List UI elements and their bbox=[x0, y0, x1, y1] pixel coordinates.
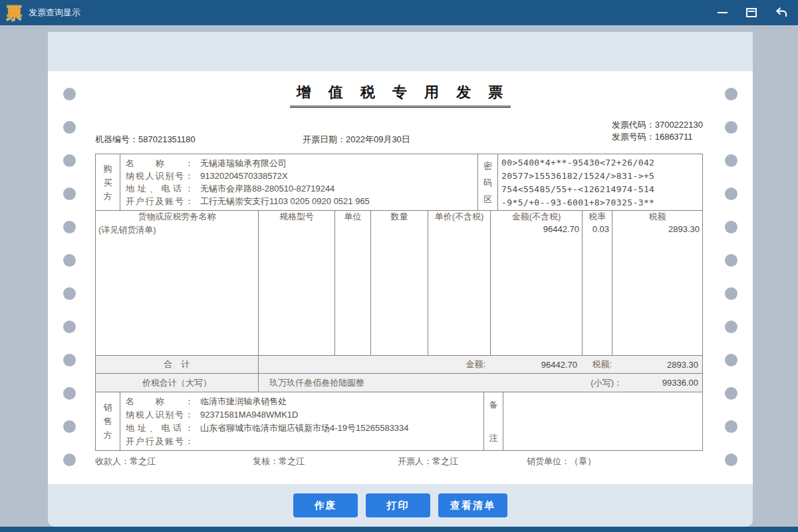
buyer-address-row: 地址、电话：无锡市会岸路88-280510-82719244 bbox=[126, 182, 477, 195]
total-row: 合 计 金额: 96442.70 税额: 2893.30 bbox=[96, 355, 702, 373]
item-tax-rate: 0.03 bbox=[583, 223, 612, 355]
items-header-row: 货物或应税劳务名称 规格型号 单位 数量 单价(不含税) 金额(不含税) 税率 … bbox=[96, 211, 702, 223]
perforation-hole bbox=[725, 420, 737, 433]
item-amount: 96442.70 bbox=[491, 223, 583, 355]
perforation-hole bbox=[725, 454, 737, 466]
invoice-code-value: 3700222130 bbox=[655, 120, 703, 130]
header-unit: 单位 bbox=[335, 211, 371, 223]
remark-area bbox=[503, 392, 702, 450]
perforation-hole bbox=[63, 221, 76, 233]
back-arrow-icon bbox=[774, 6, 787, 19]
perforation-column-left bbox=[63, 88, 76, 487]
print-button[interactable]: 打印 bbox=[366, 493, 430, 517]
seller-info: 名称：临清市捷润轴承销售处 纳税人识别号：92371581MA948WMK1D … bbox=[120, 392, 484, 450]
total-amount-label: 金额: bbox=[259, 358, 485, 370]
view-list-button[interactable]: 查看清单 bbox=[438, 493, 507, 517]
items-body: (详见销货清单) 96442.70 0.03 2893.30 bbox=[96, 223, 702, 355]
seller-address-row: 地址、电话：山东省聊城市临清市烟店镇新市场4-19号15265583334 bbox=[126, 422, 483, 435]
perforation-hole bbox=[63, 387, 76, 400]
password-line: -9*5/+0--93-6001+8>70325-3** bbox=[501, 196, 702, 209]
item-unit-price bbox=[428, 223, 491, 355]
item-goods-name: (详见销货清单) bbox=[96, 223, 259, 355]
total-tax-label: 税额: bbox=[577, 358, 612, 370]
perforation-hole bbox=[725, 287, 737, 300]
window-bottom-edge bbox=[0, 527, 798, 532]
app-ticket-icon: 票 bbox=[6, 5, 22, 21]
issue-date-label: 开票日期： bbox=[303, 134, 346, 144]
password-line: 00>5400*4+**-95430<72+26/042 bbox=[501, 156, 702, 170]
item-tax-amount: 2893.30 bbox=[612, 223, 702, 355]
machine-no-label: 机器编号： bbox=[95, 134, 138, 144]
grand-total-value: 99336.00 bbox=[622, 378, 702, 388]
buyer-bank-row: 开户行及账号：工行无锡崇安支行1103 0205 0920 0521 965 bbox=[126, 195, 477, 207]
perforation-hole bbox=[63, 254, 76, 267]
buyer-section: 购买方 名称：无锡港瑞轴承有限公司 纳税人识别号：913202045703385… bbox=[96, 154, 702, 211]
seller-name-row: 名称：临清市捷润轴承销售处 bbox=[126, 395, 483, 408]
window-controls bbox=[716, 6, 787, 19]
remark-label-bottom: 注 bbox=[489, 422, 499, 455]
item-quantity bbox=[371, 223, 428, 355]
perforation-column-right bbox=[725, 88, 737, 487]
seller-section: 销售方 名称：临清市捷润轴承销售处 纳税人识别号：92371581MA948WM… bbox=[96, 392, 702, 450]
drawer: 开票人：常之江 bbox=[398, 456, 458, 467]
void-button[interactable]: 作废 bbox=[293, 493, 358, 517]
perforation-hole bbox=[725, 188, 737, 200]
total-amount-value: 96442.70 bbox=[485, 360, 577, 370]
seller-unit-seal: 销货单位：（章） bbox=[527, 456, 596, 467]
issue-date-value: 2022年09月30日 bbox=[346, 134, 410, 144]
remark-label-top: 备 bbox=[489, 388, 499, 422]
buyer-side-label: 购买方 bbox=[96, 154, 120, 210]
remark-side-label: 备注 bbox=[484, 392, 503, 450]
invoice-table: 购买方 名称：无锡港瑞轴承有限公司 纳税人识别号：913202045703385… bbox=[95, 154, 703, 451]
seller-taxid-row: 纳税人识别号：92371581MA948WMK1D bbox=[126, 408, 483, 422]
total-tax-value: 2893.30 bbox=[612, 360, 702, 370]
perforation-hole bbox=[63, 188, 76, 200]
machine-date-line: 机器编号：587021351180 开票日期：2022年09月30日 bbox=[95, 134, 703, 146]
buyer-name-row: 名称：无锡港瑞轴承有限公司 bbox=[126, 157, 477, 170]
password-area: 00>5400*4+**-95430<72+26/042 20577>15536… bbox=[498, 154, 702, 210]
header-spec: 规格型号 bbox=[259, 211, 335, 223]
invoice-code-line: 发票代码：3700222130 bbox=[612, 119, 703, 131]
perforation-hole bbox=[63, 287, 76, 300]
restore-button[interactable] bbox=[745, 6, 758, 19]
grand-total-row: 价税合计（大写） 玖万玖仟叁佰叁拾陆圆整 (小写)： 99336.00 bbox=[96, 373, 702, 392]
perforation-hole bbox=[725, 254, 737, 267]
item-unit bbox=[335, 223, 371, 355]
title-bar: 票 发票查询显示 bbox=[0, 0, 798, 25]
invoice-panel: 增 值 税 专 用 发 票 发票代码：3700222130 发票号码：16863… bbox=[48, 32, 753, 527]
perforation-hole bbox=[725, 121, 737, 134]
header-amount: 金额(不含税) bbox=[491, 211, 583, 223]
perforation-hole bbox=[725, 387, 737, 400]
header-tax-rate: 税率 bbox=[583, 211, 612, 223]
perforation-hole bbox=[63, 454, 76, 466]
machine-no-value: 587021351180 bbox=[138, 134, 196, 144]
perforation-hole bbox=[725, 354, 737, 366]
perforation-hole bbox=[63, 121, 76, 134]
password-line: 20577>15536182/1524/>831->+5 bbox=[501, 170, 702, 183]
issue-date-line: 开票日期：2022年09月30日 bbox=[303, 134, 410, 146]
invoice-title: 增 值 税 专 用 发 票 bbox=[290, 82, 511, 108]
header-quantity: 数量 bbox=[371, 211, 428, 223]
perforation-hole bbox=[725, 154, 737, 167]
minimize-button[interactable] bbox=[716, 6, 729, 19]
header-goods-name: 货物或应税劳务名称 bbox=[96, 211, 259, 223]
grand-total-small-label: (小写)： bbox=[591, 377, 622, 389]
minimize-icon bbox=[718, 12, 728, 13]
invoice-code-label: 发票代码： bbox=[612, 120, 655, 130]
window-title: 发票查询显示 bbox=[29, 7, 80, 19]
item-spec bbox=[259, 223, 335, 355]
perforation-hole bbox=[725, 321, 737, 333]
total-label: 合 计 bbox=[96, 356, 259, 373]
grand-total-label: 价税合计（大写） bbox=[96, 374, 259, 392]
password-side-label: 密码区 bbox=[478, 154, 498, 210]
restore-icon bbox=[746, 8, 757, 17]
grand-total-in-words: 玖万玖仟叁佰叁拾陆圆整 bbox=[269, 377, 364, 389]
header-tax-amount: 税额 bbox=[612, 211, 702, 223]
invoice-paper: 增 值 税 专 用 发 票 发票代码：3700222130 发票号码：16863… bbox=[48, 71, 753, 484]
password-line: 754<55485/55+-<126214974-514 bbox=[501, 183, 702, 196]
payee: 收款人：常之江 bbox=[95, 456, 156, 467]
perforation-hole bbox=[63, 420, 76, 433]
perforation-hole bbox=[63, 354, 76, 366]
signature-line: 收款人：常之江 复核：常之江 开票人：常之江 销货单位：（章） bbox=[95, 456, 703, 467]
back-button[interactable] bbox=[774, 6, 787, 19]
